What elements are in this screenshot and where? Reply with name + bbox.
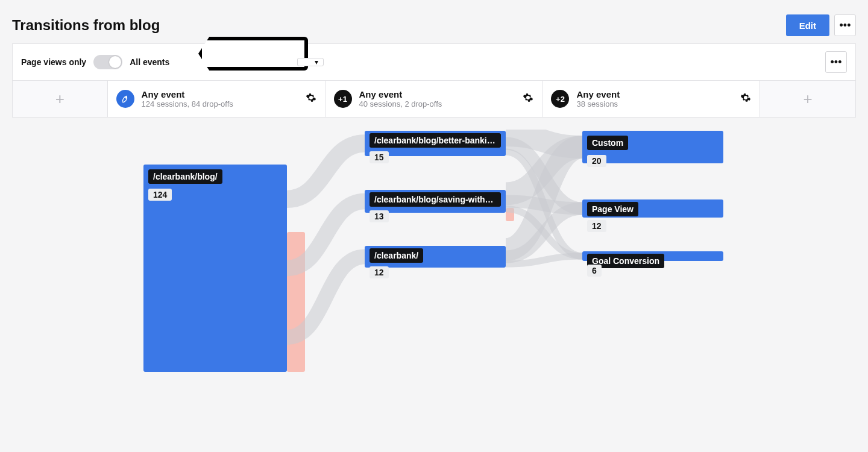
add-step-before-button[interactable]: + [13,81,108,117]
sankey-node-count: 20 [587,155,606,167]
step-text: Any event 124 sessions, 84 drop-offs [142,89,233,108]
ellipsis-icon: ••• [831,56,842,69]
step-text: Any event 38 sessions [576,89,620,108]
gear-icon [740,92,751,103]
svg-point-0 [125,97,127,98]
sankey-node-label: /clearbank/blog/saving-with-c... [370,192,501,207]
sankey-node[interactable]: Goal Conversion6 [582,251,723,261]
sankey-node-count: 124 [148,189,172,201]
header-actions: Edit ••• [786,14,856,36]
sankey-node[interactable]: /clearbank/12 [365,246,506,268]
sankey-node-count: 6 [587,265,602,277]
step-title: Any event [142,89,233,99]
plus-icon: + [804,90,813,108]
steps-row: + Any event 124 sessions, 84 drop-offs +… [12,81,856,118]
sankey-node[interactable]: /clearbank/blog/124 [143,165,287,372]
ellipsis-icon: ••• [840,19,851,32]
step-title: Any event [359,89,442,99]
sankey-node-label: /clearbank/ [370,248,423,263]
toolbar-more-button[interactable]: ••• [825,51,847,73]
step-cell-1[interactable]: +1 Any event 40 sessions, 2 drop-offs [326,81,543,117]
plus-icon: + [55,90,64,108]
sankey-node-count: 12 [370,266,389,278]
gear-icon [523,92,533,103]
step-badge-text: +1 [338,95,347,104]
page-title: Transitions from blog [12,17,160,34]
sankey-node-label: /clearbank/blog/ [148,169,222,184]
sankey-node[interactable]: /clearbank/blog/better-bankin...15 [365,131,506,156]
rocket-icon [116,90,134,108]
step-badge: +1 [334,90,352,108]
svg-rect-1 [287,232,305,372]
step-text: Any event 40 sessions, 2 drop-offs [359,89,442,108]
step-settings-button[interactable] [740,92,751,105]
step-subtitle: 38 sessions [576,99,620,108]
sankey-node-count: 12 [587,220,606,232]
step-subtitle: 124 sessions, 84 drop-offs [142,99,233,108]
step-settings-button[interactable] [306,92,316,105]
sankey-node[interactable]: Page View12 [582,199,723,218]
header: Transitions from blog Edit ••• [0,0,868,43]
page-views-only-label: Page views only [21,57,86,67]
sankey-node-label: Custom [587,136,628,150]
edit-button[interactable]: Edit [786,14,829,36]
sankey-node[interactable]: /clearbank/blog/saving-with-c...13 [365,190,506,213]
sankey-node-count: 15 [370,151,389,163]
filter-select[interactable]: ▾ [297,58,324,66]
step-settings-button[interactable] [523,92,533,105]
all-events-label: All events [130,57,169,67]
sankey-chart: /clearbank/blog/124/clearbank/blog/bette… [12,130,856,407]
toolbar: Page views only All events ▾ ••• [12,43,856,81]
toggle-knob [109,56,121,68]
step-cell-2[interactable]: +2 Any event 38 sessions [542,81,760,117]
step-subtitle: 40 sessions, 2 drop-offs [359,99,442,108]
step-badge-text: +2 [556,95,565,104]
events-toggle[interactable] [93,55,122,69]
gear-icon [306,92,316,103]
step-cell-0[interactable]: Any event 124 sessions, 84 drop-offs [108,81,326,117]
more-menu-button[interactable]: ••• [834,14,856,36]
step-badge: +2 [551,90,569,108]
sankey-node[interactable]: Custom20 [582,131,723,163]
step-title: Any event [576,89,620,99]
sankey-node-label: Page View [587,202,638,216]
sankey-node-label: /clearbank/blog/better-bankin... [370,133,501,148]
chevron-down-icon: ▾ [315,58,318,66]
sankey-links [12,130,856,407]
add-step-after-button[interactable]: + [760,81,855,117]
sankey-node-count: 13 [370,210,389,222]
